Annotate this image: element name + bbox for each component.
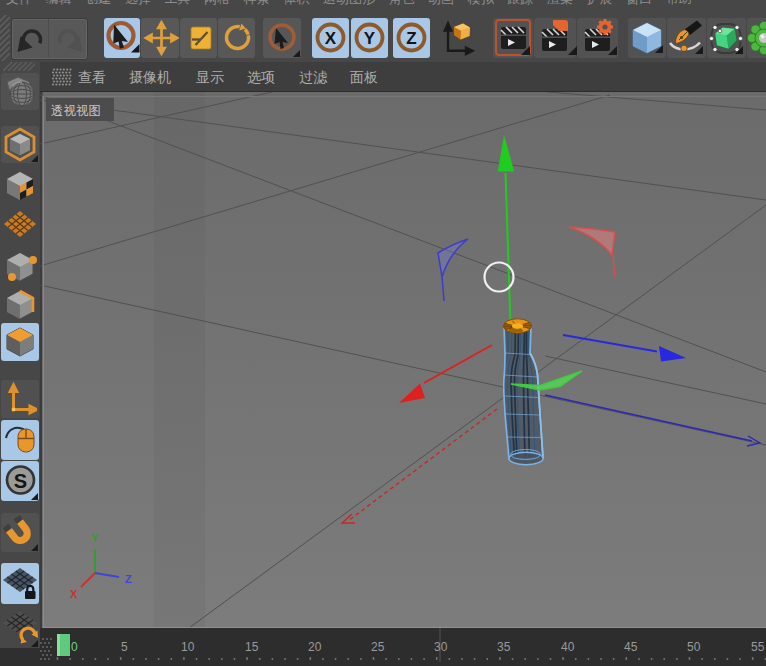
svg-text:透视视图: 透视视图 (51, 104, 101, 118)
svg-text:45: 45 (624, 640, 638, 654)
svg-text:35: 35 (497, 640, 511, 654)
svg-text:10: 10 (181, 640, 195, 654)
svg-text:Z: Z (125, 573, 132, 585)
svg-text:Y: Y (91, 532, 99, 544)
svg-text:30: 30 (434, 640, 448, 654)
svg-text:20: 20 (308, 640, 322, 654)
svg-text:X: X (325, 29, 337, 48)
svg-text:Z: Z (406, 29, 416, 48)
svg-text:X: X (70, 588, 78, 600)
svg-text:25: 25 (371, 640, 385, 654)
svg-text:55: 55 (751, 640, 765, 654)
svg-text:S: S (14, 470, 27, 492)
svg-text:Y: Y (364, 29, 376, 48)
svg-text:0: 0 (71, 640, 78, 654)
svg-text:15: 15 (245, 640, 259, 654)
svg-text:5: 5 (121, 640, 128, 654)
svg-text:50: 50 (687, 640, 701, 654)
svg-text:40: 40 (561, 640, 575, 654)
